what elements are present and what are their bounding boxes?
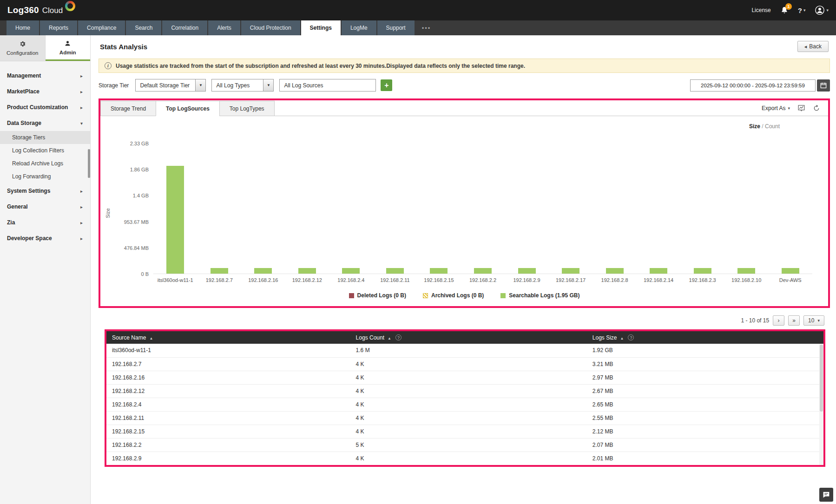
column-header-logs-count[interactable]: Logs Count▲? — [350, 331, 587, 344]
sidebar-item-storage-tiers[interactable]: Storage Tiers — [0, 131, 90, 144]
table-row[interactable]: 192.168.2.154 K2.12 MB — [106, 425, 823, 438]
feedback-chat-button[interactable] — [819, 488, 833, 502]
help-menu[interactable]: ? ▾ — [798, 7, 806, 14]
sidebar-item-log-forwarding[interactable]: Log Forwarding — [0, 170, 90, 183]
nav-tab-logme[interactable]: LogMe — [342, 20, 376, 35]
table-row[interactable]: 192.168.2.164 K2.97 MB — [106, 371, 823, 384]
sidebar-scrollbar[interactable] — [88, 149, 90, 178]
page-size-select[interactable]: 10 ▾ — [803, 315, 824, 326]
sort-asc-icon[interactable]: ▲ — [620, 336, 624, 340]
date-range-input[interactable]: 2025-09-12 00:00:00 - 2025-09-12 23:59:5… — [690, 79, 816, 92]
export-chart-icon[interactable] — [797, 104, 805, 112]
table-row[interactable]: 192.168.2.25 K2.07 MB — [106, 438, 823, 452]
bar-192-168-2-3[interactable] — [694, 268, 711, 274]
bar-192-168-2-14[interactable] — [650, 268, 667, 274]
user-avatar[interactable]: ▾ — [815, 5, 829, 15]
y-tick-label: 1.4 GB — [133, 193, 149, 198]
bar-192-168-2-12[interactable] — [298, 268, 316, 274]
sidebar-item-log-collection-filters[interactable]: Log Collection Filters — [0, 144, 90, 157]
refresh-icon[interactable] — [812, 104, 821, 112]
sidebar-group-zia[interactable]: Zia▸ — [0, 215, 90, 230]
sidebar-group-developer-space[interactable]: Developer Space▸ — [0, 230, 90, 246]
logo[interactable]: Log360 Cloud — [7, 5, 75, 15]
table-cell: 2.01 MB — [587, 452, 823, 465]
x-axis-label: 192.168.2.17 — [549, 277, 593, 283]
nav-tab-reports[interactable]: Reports — [40, 20, 77, 35]
sidebar-group-label: MarketPlace — [7, 88, 39, 95]
info-banner: i Usage statistics are tracked from the … — [99, 59, 830, 73]
add-log-source-button[interactable]: + — [381, 79, 392, 91]
table-row[interactable]: 192.168.2.114 K2.55 MB — [106, 411, 823, 425]
bar-192-168-2-17[interactable] — [562, 268, 579, 274]
log-sources-input[interactable]: All Log Sources — [279, 79, 376, 92]
nav-tab-correlation[interactable]: Correlation — [162, 20, 207, 35]
bar-192-168-2-8[interactable] — [606, 268, 624, 274]
sidebar-group-data-storage[interactable]: Data Storage▾ — [0, 115, 90, 131]
bar-192-168-2-4[interactable] — [342, 268, 360, 274]
chart-tab-storage-trend[interactable]: Storage Trend — [100, 101, 156, 116]
sidebar-group-product-customization[interactable]: Product Customization▸ — [0, 99, 90, 115]
bar-192-168-2-16[interactable] — [254, 268, 272, 274]
log-types-select[interactable]: All Log Types ▼ — [211, 79, 274, 92]
bar-column — [197, 268, 242, 274]
bar-192-168-2-2[interactable] — [474, 268, 492, 274]
main-nav: HomeReportsComplianceSearchCorrelationAl… — [0, 20, 836, 35]
legend-label: Deleted Logs (0 B) — [357, 292, 406, 299]
size-toggle[interactable]: Size — [749, 123, 760, 130]
bar-192-168-2-15[interactable] — [430, 268, 448, 274]
sidebar-item-reload-archive-logs[interactable]: Reload Archive Logs — [0, 157, 90, 170]
bar-dev-aws[interactable] — [782, 268, 799, 274]
bar-192-168-2-9[interactable] — [518, 268, 536, 274]
help-icon[interactable]: ? — [395, 334, 402, 340]
column-header-source-name[interactable]: Source Name▲ — [106, 331, 350, 344]
legend-item-deleted-logs[interactable]: Deleted Logs (0 B) — [349, 292, 406, 299]
back-button[interactable]: ◂ Back — [797, 41, 829, 52]
help-icon[interactable]: ? — [628, 334, 634, 340]
nav-tab-alerts[interactable]: Alerts — [208, 20, 240, 35]
nav-more-button[interactable]: ••• — [415, 20, 438, 35]
person-icon — [64, 40, 71, 48]
chart-tab-top-logtypes[interactable]: Top LogTypes — [219, 101, 275, 116]
legend-item-archived-logs[interactable]: Archived Logs (0 B) — [423, 292, 484, 299]
table-row[interactable]: 192.168.2.74 K3.21 MB — [106, 357, 823, 371]
next-page-button[interactable]: › — [773, 315, 784, 326]
bar-192-168-2-10[interactable] — [737, 268, 755, 274]
column-header-logs-size[interactable]: Logs Size▲? — [587, 331, 823, 344]
notification-bell-icon[interactable]: 1 — [780, 6, 789, 14]
calendar-button[interactable] — [817, 79, 830, 92]
nav-tab-home[interactable]: Home — [7, 20, 39, 35]
sort-asc-icon[interactable]: ▲ — [388, 336, 391, 340]
bar-column — [549, 268, 593, 274]
table-row[interactable]: itsl360od-w11-11.6 M1.92 GB — [106, 344, 823, 357]
sidebar-group-general[interactable]: General▸ — [0, 199, 90, 215]
license-link[interactable]: License — [751, 7, 770, 13]
legend-item-searchable-logs[interactable]: Searchable Logs (1.95 GB) — [500, 292, 579, 299]
sidebar-group-management[interactable]: Management▸ — [0, 68, 90, 84]
scrollbar-thumb[interactable] — [820, 345, 823, 412]
tab-admin[interactable]: Admin — [46, 35, 91, 61]
nav-tab-cloud-protection[interactable]: Cloud Protection — [241, 20, 300, 35]
nav-tab-search[interactable]: Search — [126, 20, 161, 35]
export-as-dropdown[interactable]: Export As ▾ — [762, 105, 790, 111]
table-scrollbar[interactable] — [819, 344, 823, 465]
tab-configuration[interactable]: Configuration — [0, 35, 46, 61]
sort-asc-icon[interactable]: ▲ — [149, 336, 153, 340]
nav-tab-settings[interactable]: Settings — [301, 20, 341, 35]
bar-itsl360od-w11-1[interactable] — [166, 166, 184, 274]
table-cell: 4 K — [350, 398, 587, 411]
bar-192-168-2-7[interactable] — [211, 268, 228, 274]
count-toggle[interactable]: Count — [765, 123, 780, 130]
chart-tab-top-logsources[interactable]: Top LogSources — [156, 101, 220, 116]
storage-tier-select[interactable]: Default Storage Tier ▼ — [135, 79, 206, 92]
bar-192-168-2-11[interactable] — [386, 268, 404, 274]
table-row[interactable]: 192.168.2.124 K2.67 MB — [106, 384, 823, 398]
sidebar-group-system-settings[interactable]: System Settings▸ — [0, 183, 90, 199]
table-cell: 4 K — [350, 452, 587, 465]
sidebar-group-marketplace[interactable]: MarketPlace▸ — [0, 84, 90, 99]
chart-tabs-row: Storage TrendTop LogSourcesTop LogTypes … — [100, 100, 828, 116]
last-page-button[interactable]: » — [788, 315, 800, 326]
nav-tab-compliance[interactable]: Compliance — [78, 20, 125, 35]
table-row[interactable]: 192.168.2.44 K2.65 MB — [106, 398, 823, 411]
nav-tab-support[interactable]: Support — [377, 20, 415, 35]
table-row[interactable]: 192.168.2.94 K2.01 MB — [106, 452, 823, 465]
